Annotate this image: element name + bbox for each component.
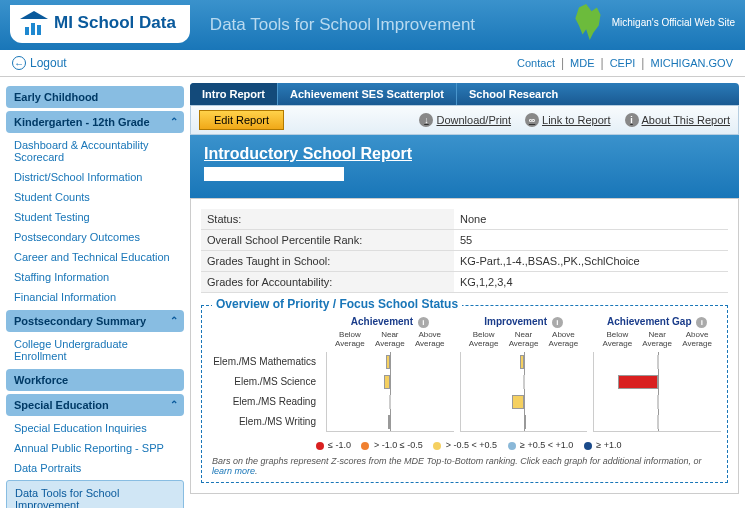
sidebar-section-postsecondary[interactable]: Postsecondary Summary⌃ [6, 310, 184, 332]
info-table: Status:None Overall School Percentile Ra… [201, 209, 728, 293]
overview-fieldset: Overview of Priority / Focus School Stat… [201, 305, 728, 483]
logout-label: Logout [30, 56, 67, 70]
sidebar-item[interactable]: Special Education Inquiries [6, 418, 184, 438]
school-name-redacted [204, 167, 344, 181]
sidebar-item[interactable]: College Undergraduate Enrollment [6, 334, 184, 366]
about-link[interactable]: iAbout This Report [625, 113, 730, 127]
table-row: Grades Taught in School:KG-Part.,1-4.,BS… [201, 251, 728, 272]
chevron-up-icon: ⌃ [170, 399, 178, 410]
sidebar-section-early[interactable]: Early Childhood [6, 86, 184, 108]
sidebar-item[interactable]: Student Testing [6, 207, 184, 227]
house-bars-icon [20, 11, 48, 35]
table-row: Grades for Accountability:KG,1,2,3,4 [201, 272, 728, 293]
sidebar-item[interactable]: Career and Technical Education [6, 247, 184, 267]
learn-more-link[interactable]: learn more [212, 466, 255, 476]
report-title: Introductory School Report [204, 145, 725, 163]
table-row: Overall School Percentile Rank:55 [201, 230, 728, 251]
chart-note: Bars on the graphs represent Z-scores fr… [208, 454, 721, 478]
table-row: Status:None [201, 209, 728, 230]
download-link[interactable]: ↓Download/Print [419, 113, 511, 127]
michigan-icon [572, 4, 608, 40]
top-link-michigan[interactable]: MICHIGAN.GOV [650, 57, 733, 69]
info-icon: i [418, 317, 429, 328]
sidebar-item[interactable]: Postsecondary Outcomes [6, 227, 184, 247]
header-subtitle: Data Tools for School Improvement [210, 15, 475, 35]
tab-intro[interactable]: Intro Report [190, 83, 277, 105]
top-links: Contact| MDE| CEPI| MICHIGAN.GOV [517, 56, 733, 70]
topbar: ← Logout Contact| MDE| CEPI| MICHIGAN.GO… [0, 50, 745, 77]
main-panel: Intro Report Achievement SES Scatterplot… [190, 83, 739, 508]
edit-report-button[interactable]: Edit Report [199, 110, 284, 130]
chart-achievement[interactable]: Achievement iBelow AverageNear AverageAb… [326, 316, 454, 432]
info-icon: i [625, 113, 639, 127]
sidebar-item[interactable]: Student Counts [6, 187, 184, 207]
sidebar-section-specialed[interactable]: Special Education⌃ [6, 394, 184, 416]
logo-text: MI School Data [54, 13, 176, 33]
chevron-up-icon: ⌃ [170, 116, 178, 127]
top-link-mde[interactable]: MDE [570, 57, 594, 69]
chart-gap[interactable]: Achievement Gap iBelow AverageNear Avera… [593, 316, 721, 432]
toolbar: Edit Report ↓Download/Print ∞Link to Rep… [190, 105, 739, 135]
link-icon: ∞ [525, 113, 539, 127]
logout-arrow-icon: ← [12, 56, 26, 70]
report-content: Status:None Overall School Percentile Ra… [190, 198, 739, 494]
info-icon: i [552, 317, 563, 328]
app-header: MI School Data Data Tools for School Imp… [0, 0, 745, 50]
chevron-up-icon: ⌃ [170, 315, 178, 326]
logout-link[interactable]: ← Logout [12, 56, 67, 70]
sidebar-section-workforce[interactable]: Workforce [6, 369, 184, 391]
top-link-cepi[interactable]: CEPI [610, 57, 636, 69]
overview-title: Overview of Priority / Focus School Stat… [212, 297, 462, 311]
sidebar-item[interactable]: Data Portraits [6, 458, 184, 478]
tab-scatter[interactable]: Achievement SES Scatterplot [277, 83, 456, 105]
chart-improvement[interactable]: Improvement iBelow AverageNear AverageAb… [460, 316, 588, 432]
sidebar-item[interactable]: Annual Public Reporting - SPP [6, 438, 184, 458]
report-header: Introductory School Report [190, 135, 739, 198]
sidebar-item-active[interactable]: Data Tools for School Improvement [6, 480, 184, 508]
sidebar-item[interactable]: Dashboard & Accountability Scorecard [6, 135, 184, 167]
top-link-contact[interactable]: Contact [517, 57, 555, 69]
link-to-report[interactable]: ∞Link to Report [525, 113, 610, 127]
info-icon: i [696, 317, 707, 328]
sidebar-item[interactable]: Financial Information [6, 287, 184, 307]
sidebar-item[interactable]: District/School Information [6, 167, 184, 187]
color-legend: ≤ -1.0 > -1.0 ≤ -0.5 > -0.5 < +0.5 ≥ +0.… [208, 440, 721, 450]
chart-row-labels: Elem./MS Mathematics Elem./MS Science El… [208, 316, 320, 432]
sidebar: Early Childhood Kindergarten - 12th Grad… [6, 83, 184, 508]
state-badge[interactable]: Michigan's Official Web Site [572, 4, 735, 40]
tab-bar: Intro Report Achievement SES Scatterplot… [190, 83, 739, 105]
logo[interactable]: MI School Data [10, 5, 190, 43]
sidebar-section-k12[interactable]: Kindergarten - 12th Grade⌃ [6, 111, 184, 133]
sidebar-item[interactable]: Staffing Information [6, 267, 184, 287]
state-badge-text: Michigan's Official Web Site [612, 17, 735, 28]
tab-research[interactable]: School Research [456, 83, 570, 105]
download-icon: ↓ [419, 113, 433, 127]
